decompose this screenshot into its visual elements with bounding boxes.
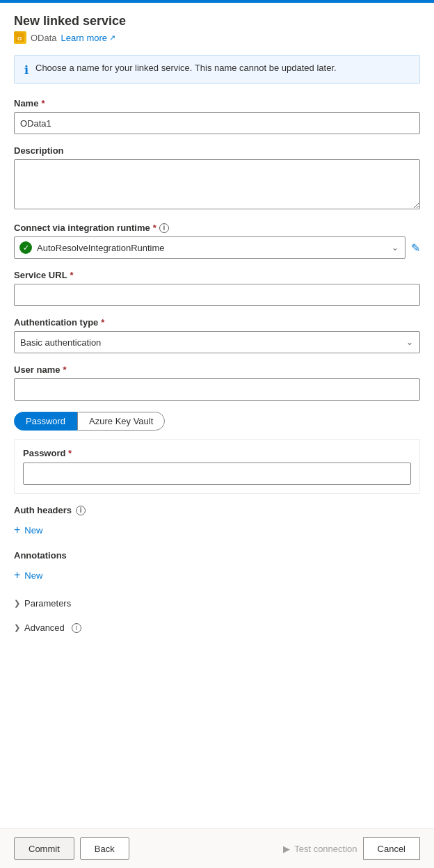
password-required-star: * bbox=[68, 448, 72, 458]
parameters-toggle-button[interactable]: ❯ Parameters bbox=[14, 595, 71, 611]
password-section-group: Password Azure Key Vault Password * bbox=[14, 412, 420, 494]
parameters-section: ❯ Parameters bbox=[14, 595, 420, 611]
runtime-edit-icon[interactable]: ✎ bbox=[411, 241, 420, 255]
annotations-add-button[interactable]: + New bbox=[14, 566, 42, 584]
learn-more-link[interactable]: Learn more ↗ bbox=[61, 33, 115, 43]
description-input[interactable] bbox=[14, 159, 420, 209]
annotations-plus-icon: + bbox=[14, 569, 20, 581]
svg-text:O: O bbox=[17, 35, 22, 42]
name-field-group: Name * bbox=[14, 98, 420, 134]
info-icon: ℹ bbox=[24, 63, 29, 77]
service-url-input[interactable] bbox=[14, 284, 420, 306]
service-url-field-group: Service URL * bbox=[14, 270, 420, 306]
page-title: New linked service bbox=[14, 14, 420, 29]
subtitle-row: O OData Learn more ↗ bbox=[14, 31, 420, 44]
test-connection-icon: ▶ bbox=[283, 844, 290, 854]
username-field-group: User name * bbox=[14, 364, 420, 401]
auth-headers-label: Auth headers i bbox=[14, 505, 420, 515]
auth-headers-plus-icon: + bbox=[14, 524, 20, 536]
main-content: New linked service O OData Learn more ↗ … bbox=[0, 3, 434, 828]
advanced-info-icon[interactable]: i bbox=[72, 623, 81, 633]
auth-headers-add-button[interactable]: + New bbox=[14, 521, 42, 539]
info-banner: ℹ Choose a name for your linked service.… bbox=[14, 55, 420, 84]
test-connection-button[interactable]: ▶ Test connection bbox=[283, 844, 357, 854]
username-label: User name * bbox=[14, 364, 420, 375]
auth-type-dropdown-container: Anonymous Basic authentication Windows a… bbox=[14, 331, 420, 353]
annotations-group: Annotations + New bbox=[14, 550, 420, 584]
username-required-star: * bbox=[63, 364, 66, 375]
password-tab-button[interactable]: Password bbox=[14, 412, 77, 431]
cancel-button[interactable]: Cancel bbox=[363, 837, 420, 860]
password-section: Password * bbox=[14, 439, 420, 494]
commit-button[interactable]: Commit bbox=[14, 837, 74, 860]
name-required-star: * bbox=[41, 98, 45, 108]
service-url-required-star: * bbox=[70, 270, 74, 280]
parameters-chevron-icon: ❯ bbox=[14, 599, 20, 608]
auth-type-select[interactable]: Anonymous Basic authentication Windows a… bbox=[14, 331, 420, 353]
description-field-group: Description bbox=[14, 145, 420, 211]
advanced-toggle-button[interactable]: ❯ Advanced i bbox=[14, 620, 81, 636]
runtime-select[interactable]: AutoResolveIntegrationRuntime bbox=[14, 236, 405, 259]
runtime-select-container: ✓ AutoResolveIntegrationRuntime ⌄ bbox=[14, 236, 405, 259]
integration-runtime-label: Connect via integration runtime * i bbox=[14, 223, 420, 233]
username-input[interactable] bbox=[14, 378, 420, 401]
odata-icon: O bbox=[14, 31, 26, 44]
auth-type-field-group: Authentication type * Anonymous Basic au… bbox=[14, 317, 420, 353]
name-input[interactable] bbox=[14, 112, 420, 134]
auth-headers-info-icon[interactable]: i bbox=[76, 506, 86, 515]
runtime-info-icon[interactable]: i bbox=[159, 223, 169, 233]
password-inner-label: Password * bbox=[23, 448, 411, 458]
integration-runtime-field-group: Connect via integration runtime * i ✓ Au… bbox=[14, 223, 420, 259]
advanced-section: ❯ Advanced i bbox=[14, 620, 420, 636]
auth-type-required-star: * bbox=[101, 317, 104, 328]
service-url-label: Service URL * bbox=[14, 270, 420, 280]
footer: Commit Back ▶ Test connection Cancel bbox=[0, 828, 434, 868]
annotations-label: Annotations bbox=[14, 550, 420, 561]
password-tab-group: Password Azure Key Vault bbox=[14, 412, 420, 431]
subtitle-text: OData bbox=[31, 33, 57, 43]
external-link-icon: ↗ bbox=[109, 33, 115, 42]
auth-headers-group: Auth headers i + New bbox=[14, 505, 420, 539]
info-banner-text: Choose a name for your linked service. T… bbox=[35, 63, 337, 73]
name-label: Name * bbox=[14, 98, 420, 108]
password-input[interactable] bbox=[23, 463, 411, 485]
azure-key-vault-tab-button[interactable]: Azure Key Vault bbox=[77, 412, 165, 431]
runtime-dropdown-wrapper: ✓ AutoResolveIntegrationRuntime ⌄ ✎ bbox=[14, 236, 420, 259]
auth-type-label: Authentication type * bbox=[14, 317, 420, 328]
runtime-required-star: * bbox=[153, 223, 156, 233]
description-label: Description bbox=[14, 145, 420, 156]
back-button[interactable]: Back bbox=[80, 837, 129, 860]
advanced-chevron-icon: ❯ bbox=[14, 623, 20, 632]
